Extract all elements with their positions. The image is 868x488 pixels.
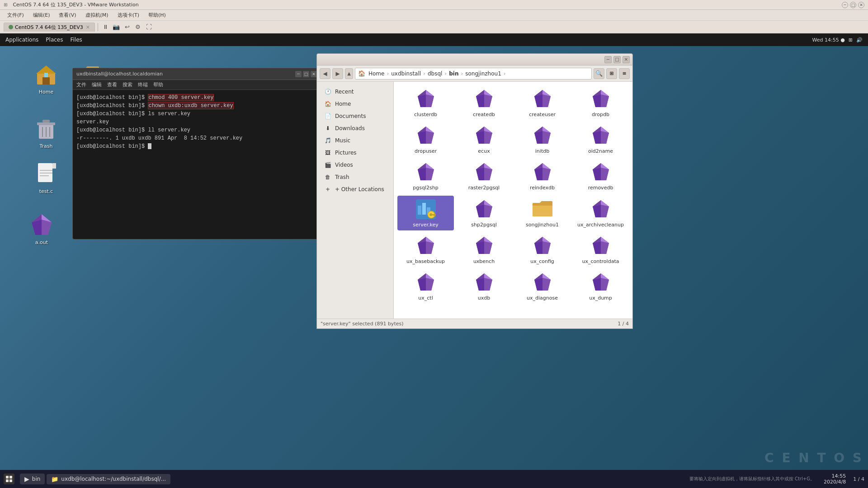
fm-close-btn[interactable]: ✕ <box>623 56 630 63</box>
sidebar-item-home[interactable]: 🏠 Home <box>319 98 392 110</box>
sidebar-other-label: + Other Locations <box>335 186 384 192</box>
taskbar-filemanager-item[interactable]: 📁 uxdb@localhost:~/uxdbinstall/dbsql/... <box>47 474 170 484</box>
file-item-initdb[interactable]: initdb <box>514 122 571 157</box>
terminal-menu-search[interactable]: 搜索 <box>123 81 132 88</box>
terminal-menu-terminal[interactable]: 终端 <box>138 81 148 88</box>
sidebar-item-music[interactable]: 🎵 Music <box>319 135 392 146</box>
file-item-ux-diagnose[interactable]: ux_diagnose <box>514 269 571 304</box>
file-label-ecux: ecux <box>478 148 490 154</box>
file-item-uxdb[interactable]: uxdb <box>456 269 512 304</box>
terminal-menu-view[interactable]: 查看 <box>107 81 117 88</box>
breadcrumb-songjinzhou1[interactable]: songjinzhou1 <box>463 70 503 78</box>
key-file-icon <box>415 198 437 220</box>
fm-statusbar: "server.key" selected (891 bytes) 1 / 4 <box>317 319 632 328</box>
file-item-ux-config[interactable]: ux_config <box>514 232 571 267</box>
file-item-createuser[interactable]: createuser <box>514 85 571 120</box>
menu-edit[interactable]: 编辑(E) <box>29 11 54 19</box>
taskbar-apps-btn[interactable] <box>4 474 14 484</box>
fm-view-icon-btn[interactable]: ⊞ <box>606 68 617 79</box>
file-item-clusterdb[interactable]: clusterdb <box>397 85 454 120</box>
file-item-pgsql2shp[interactable]: pgsql2shp <box>397 159 454 193</box>
svg-marker-137 <box>601 278 609 291</box>
svg-marker-93 <box>476 205 484 217</box>
vm-tab[interactable]: CentOS 7.4 64位 135_DEV3 ✕ <box>4 23 95 32</box>
vmware-titlebar-left: ⊞ CentOS 7.4 64 位 135_DEV3 - VMware Work… <box>4 1 139 8</box>
desktop-icon-testc[interactable]: test.c <box>28 160 64 196</box>
sidebar-item-pictures[interactable]: 🖼 Pictures <box>319 147 392 159</box>
breadcrumb-dbsql[interactable]: dbsql <box>426 70 444 78</box>
fm-window-controls: ─ □ ✕ <box>604 56 630 63</box>
toolbar-settings-btn[interactable]: ⚙ <box>133 23 142 32</box>
exec-icon-ux-controldata <box>590 235 612 257</box>
terminal-content[interactable]: [uxdb@localhost bin]$ chmod 400 server.k… <box>73 90 321 239</box>
gnome-applications[interactable]: Applications <box>5 37 38 43</box>
file-label-dropdb: dropdb <box>592 112 609 117</box>
file-item-ux-ctl[interactable]: ux_ctl <box>397 269 454 304</box>
testc-icon-label: test.c <box>39 188 53 194</box>
fm-up-btn[interactable]: ▲ <box>345 68 353 79</box>
desktop-icon-trash[interactable]: Trash <box>28 115 64 151</box>
file-item-raster2pgsql[interactable]: raster2pgsql <box>456 159 512 193</box>
fm-page-info: 1 / 4 <box>618 321 629 327</box>
desktop-icon-aout[interactable]: a.out <box>24 211 60 247</box>
sidebar-item-other-locations[interactable]: + + Other Locations <box>319 183 392 195</box>
fm-search-btn[interactable]: 🔍 <box>594 68 604 79</box>
toolbar-snap-btn[interactable]: 📷 <box>112 23 121 32</box>
file-item-ux-dump[interactable]: ux_dump <box>572 269 629 304</box>
file-item-uxbench[interactable]: uxbench <box>456 232 512 267</box>
file-item-removedb[interactable]: removedb <box>572 159 629 193</box>
svg-marker-92 <box>484 205 492 217</box>
breadcrumb-home[interactable]: Home <box>367 70 386 78</box>
file-label-ux-config: ux_config <box>530 258 554 264</box>
terminal-controls: ─ □ ✕ <box>295 71 317 77</box>
fm-minimize-btn[interactable]: ─ <box>604 56 612 63</box>
toolbar-revert-btn[interactable]: ↩ <box>123 23 132 32</box>
fm-list-btn[interactable]: ≡ <box>619 68 630 79</box>
file-item-dropuser[interactable]: dropuser <box>397 122 454 157</box>
tab-close-icon[interactable]: ✕ <box>86 24 90 30</box>
file-item-createdb[interactable]: createdb <box>456 85 512 120</box>
fm-back-btn[interactable]: ◀ <box>320 68 330 79</box>
menu-tabs[interactable]: 选项卡(T) <box>114 11 143 19</box>
sidebar-item-videos[interactable]: 🎬 Videos <box>319 159 392 171</box>
file-item-oid2name[interactable]: oid2name <box>572 122 629 157</box>
terminal-minimize[interactable]: ─ <box>295 71 302 77</box>
file-item-ux-controldata[interactable]: ux_controldata <box>572 232 629 267</box>
menu-file[interactable]: 文件(F) <box>4 11 28 19</box>
svg-rect-12 <box>52 163 56 169</box>
terminal-maximize[interactable]: □ <box>303 71 309 77</box>
close-btn[interactable]: ✕ <box>858 2 864 8</box>
fm-forward-btn[interactable]: ▶ <box>332 68 343 79</box>
maximize-btn[interactable]: □ <box>850 2 856 8</box>
file-item-dropdb[interactable]: dropdb <box>572 85 629 120</box>
terminal-close[interactable]: ✕ <box>311 71 317 77</box>
menu-view[interactable]: 查看(V) <box>55 11 80 19</box>
breadcrumb-uxdbinstall[interactable]: uxdbinstall <box>389 70 423 78</box>
taskbar-terminal-item[interactable]: ▶ bin <box>20 474 45 484</box>
sidebar-item-recent[interactable]: 🕐 Recent <box>319 86 392 98</box>
toolbar-pause-btn[interactable]: ⏸ <box>101 23 110 32</box>
terminal-menu-file[interactable]: 文件 <box>76 81 86 88</box>
fm-content[interactable]: clusterdb createdb <box>394 82 632 319</box>
menu-vm[interactable]: 虚拟机(M) <box>82 11 112 19</box>
gnome-places[interactable]: Places <box>46 37 63 43</box>
file-item-reindexdb[interactable]: reindexdb <box>514 159 571 193</box>
sidebar-item-downloads[interactable]: ⬇ Downloads <box>319 122 392 134</box>
fm-restore-btn[interactable]: □ <box>613 56 621 63</box>
file-item-shp2pgsql[interactable]: shp2pgsql <box>456 196 512 230</box>
file-item-serverkey[interactable]: server.key <box>397 196 454 230</box>
terminal-menu-edit[interactable]: 编辑 <box>92 81 102 88</box>
toolbar-fullscreen-btn[interactable]: ⛶ <box>144 23 153 32</box>
menu-help[interactable]: 帮助(H) <box>145 11 170 19</box>
minimize-btn[interactable]: ─ <box>842 2 848 8</box>
sidebar-item-documents[interactable]: 📄 Documents <box>319 110 392 122</box>
file-item-ux-archivecleanup[interactable]: ux_archivecleanup <box>572 196 629 230</box>
file-item-ecux[interactable]: ecux <box>456 122 512 157</box>
breadcrumb-bin[interactable]: bin <box>447 70 460 78</box>
sidebar-item-trash[interactable]: 🗑 Trash <box>319 171 392 183</box>
terminal-menu-help[interactable]: 帮助 <box>153 81 163 88</box>
desktop-icon-home[interactable]: Home <box>28 61 64 97</box>
file-item-ux-basebackup[interactable]: ux_basebackup <box>397 232 454 267</box>
file-item-songjinzhou1[interactable]: songjinzhou1 <box>514 196 571 230</box>
gnome-files[interactable]: Files <box>70 37 82 43</box>
